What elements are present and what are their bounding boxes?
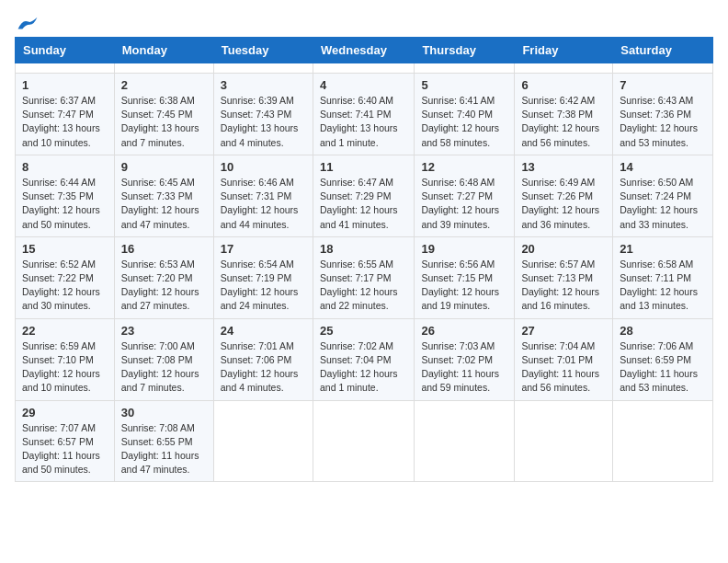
- day-number: 13: [521, 160, 606, 174]
- calendar-cell: 13Sunrise: 6:49 AMSunset: 7:26 PMDayligh…: [515, 155, 613, 236]
- daylight-text: Daylight: 12 hours and 10 minutes.: [22, 368, 100, 393]
- day-number: 15: [22, 242, 108, 256]
- calendar-cell: [515, 63, 613, 74]
- sunrise-text: Sunrise: 6:43 AM: [620, 95, 693, 106]
- sunrise-text: Sunrise: 7:07 AM: [22, 422, 96, 433]
- calendar-cell: [313, 63, 414, 74]
- sunset-text: Sunset: 7:13 PM: [521, 272, 593, 283]
- day-info: Sunrise: 7:07 AMSunset: 6:57 PMDaylight:…: [22, 421, 108, 477]
- day-info: Sunrise: 7:06 AMSunset: 6:59 PMDaylight:…: [620, 339, 706, 396]
- day-number: 19: [421, 242, 507, 256]
- daylight-text: Daylight: 13 hours and 4 minutes.: [221, 122, 299, 147]
- day-number: 26: [421, 324, 507, 338]
- day-number: 22: [22, 324, 108, 338]
- calendar-cell: [415, 63, 515, 74]
- sunset-text: Sunset: 6:59 PM: [620, 354, 691, 365]
- page-header: [15, 15, 713, 29]
- col-header-thursday: Thursday: [415, 38, 515, 63]
- calendar-cell: 9Sunrise: 6:45 AMSunset: 7:33 PMDaylight…: [114, 155, 213, 236]
- day-number: 18: [320, 242, 407, 256]
- day-info: Sunrise: 6:41 AMSunset: 7:40 PMDaylight:…: [421, 94, 507, 150]
- day-number: 23: [121, 324, 207, 338]
- sunset-text: Sunset: 7:06 PM: [221, 354, 292, 365]
- sunset-text: Sunset: 7:36 PM: [620, 109, 691, 120]
- sunset-text: Sunset: 7:27 PM: [421, 190, 493, 201]
- day-number: 4: [320, 78, 407, 92]
- daylight-text: Daylight: 11 hours and 56 minutes.: [521, 368, 599, 393]
- sunset-text: Sunset: 7:47 PM: [22, 109, 94, 120]
- col-header-wednesday: Wednesday: [313, 38, 414, 63]
- day-info: Sunrise: 6:47 AMSunset: 7:29 PMDaylight:…: [320, 176, 407, 232]
- day-info: Sunrise: 6:53 AMSunset: 7:20 PMDaylight:…: [121, 258, 207, 314]
- sunrise-text: Sunrise: 7:08 AM: [121, 422, 195, 433]
- calendar-cell: 6Sunrise: 6:42 AMSunset: 7:38 PMDaylight…: [515, 74, 613, 155]
- calendar-cell: 10Sunrise: 6:46 AMSunset: 7:31 PMDayligh…: [213, 155, 313, 236]
- calendar-week-5: 29Sunrise: 7:07 AMSunset: 6:57 PMDayligh…: [16, 400, 713, 482]
- calendar-cell: [415, 400, 515, 482]
- day-number: 7: [620, 78, 706, 92]
- calendar-cell: 29Sunrise: 7:07 AMSunset: 6:57 PMDayligh…: [16, 400, 115, 482]
- daylight-text: Daylight: 12 hours and 13 minutes.: [620, 286, 698, 311]
- day-info: Sunrise: 6:39 AMSunset: 7:43 PMDaylight:…: [221, 94, 306, 150]
- sunrise-text: Sunrise: 6:42 AM: [521, 95, 595, 106]
- daylight-text: Daylight: 11 hours and 47 minutes.: [121, 450, 199, 475]
- sunrise-text: Sunrise: 6:41 AM: [421, 95, 495, 106]
- sunrise-text: Sunrise: 6:47 AM: [320, 177, 393, 188]
- col-header-saturday: Saturday: [613, 38, 713, 63]
- daylight-text: Daylight: 12 hours and 4 minutes.: [221, 368, 299, 393]
- sunrise-text: Sunrise: 6:55 AM: [320, 259, 393, 270]
- sunrise-text: Sunrise: 6:57 AM: [521, 259, 595, 270]
- sunrise-text: Sunrise: 6:59 AM: [22, 340, 96, 351]
- day-info: Sunrise: 6:55 AMSunset: 7:17 PMDaylight:…: [320, 258, 407, 314]
- day-number: 12: [421, 160, 507, 174]
- sunset-text: Sunset: 7:08 PM: [121, 354, 193, 365]
- calendar-cell: [16, 63, 115, 74]
- daylight-text: Daylight: 12 hours and 33 minutes.: [620, 204, 698, 229]
- day-number: 25: [320, 324, 407, 338]
- daylight-text: Daylight: 13 hours and 7 minutes.: [121, 122, 199, 147]
- daylight-text: Daylight: 12 hours and 27 minutes.: [121, 286, 199, 311]
- calendar-cell: 16Sunrise: 6:53 AMSunset: 7:20 PMDayligh…: [114, 236, 213, 318]
- sunset-text: Sunset: 7:29 PM: [320, 190, 392, 201]
- sunrise-text: Sunrise: 6:45 AM: [121, 177, 195, 188]
- calendar-cell: 5Sunrise: 6:41 AMSunset: 7:40 PMDaylight…: [415, 74, 515, 155]
- day-info: Sunrise: 7:04 AMSunset: 7:01 PMDaylight:…: [521, 339, 606, 396]
- calendar-cell: [114, 63, 213, 74]
- day-info: Sunrise: 6:42 AMSunset: 7:38 PMDaylight:…: [521, 94, 606, 150]
- day-info: Sunrise: 6:40 AMSunset: 7:41 PMDaylight:…: [320, 94, 407, 150]
- day-info: Sunrise: 6:56 AMSunset: 7:15 PMDaylight:…: [421, 258, 507, 314]
- sunrise-text: Sunrise: 6:46 AM: [221, 177, 294, 188]
- day-info: Sunrise: 7:03 AMSunset: 7:02 PMDaylight:…: [421, 339, 507, 396]
- daylight-text: Daylight: 13 hours and 1 minute.: [320, 122, 398, 147]
- sunset-text: Sunset: 7:33 PM: [121, 190, 193, 201]
- sunrise-text: Sunrise: 7:01 AM: [221, 340, 294, 351]
- day-number: 20: [521, 242, 606, 256]
- daylight-text: Daylight: 12 hours and 58 minutes.: [421, 122, 499, 147]
- calendar-header-row: SundayMondayTuesdayWednesdayThursdayFrid…: [16, 38, 713, 63]
- day-number: 1: [22, 78, 108, 92]
- calendar-cell: 11Sunrise: 6:47 AMSunset: 7:29 PMDayligh…: [313, 155, 414, 236]
- sunset-text: Sunset: 7:35 PM: [22, 190, 94, 201]
- day-info: Sunrise: 6:38 AMSunset: 7:45 PMDaylight:…: [121, 94, 207, 150]
- day-info: Sunrise: 6:44 AMSunset: 7:35 PMDaylight:…: [22, 176, 108, 232]
- sunrise-text: Sunrise: 6:48 AM: [421, 177, 495, 188]
- day-number: 6: [521, 78, 606, 92]
- daylight-text: Daylight: 12 hours and 41 minutes.: [320, 204, 398, 229]
- sunset-text: Sunset: 7:17 PM: [320, 272, 392, 283]
- sunset-text: Sunset: 7:11 PM: [620, 272, 691, 283]
- calendar-cell: 24Sunrise: 7:01 AMSunset: 7:06 PMDayligh…: [213, 318, 313, 400]
- day-number: 30: [121, 406, 207, 419]
- calendar-cell: [213, 63, 313, 74]
- sunset-text: Sunset: 7:41 PM: [320, 109, 392, 120]
- calendar-cell: 4Sunrise: 6:40 AMSunset: 7:41 PMDaylight…: [313, 74, 414, 155]
- calendar-cell: [613, 400, 713, 482]
- calendar-cell: 26Sunrise: 7:03 AMSunset: 7:02 PMDayligh…: [415, 318, 515, 400]
- day-number: 29: [22, 406, 108, 419]
- day-number: 28: [620, 324, 706, 338]
- sunset-text: Sunset: 7:31 PM: [221, 190, 292, 201]
- calendar-cell: 17Sunrise: 6:54 AMSunset: 7:19 PMDayligh…: [213, 236, 313, 318]
- calendar-cell: 21Sunrise: 6:58 AMSunset: 7:11 PMDayligh…: [613, 236, 713, 318]
- day-info: Sunrise: 7:01 AMSunset: 7:06 PMDaylight:…: [221, 339, 306, 396]
- daylight-text: Daylight: 11 hours and 53 minutes.: [620, 368, 698, 393]
- col-header-friday: Friday: [515, 38, 613, 63]
